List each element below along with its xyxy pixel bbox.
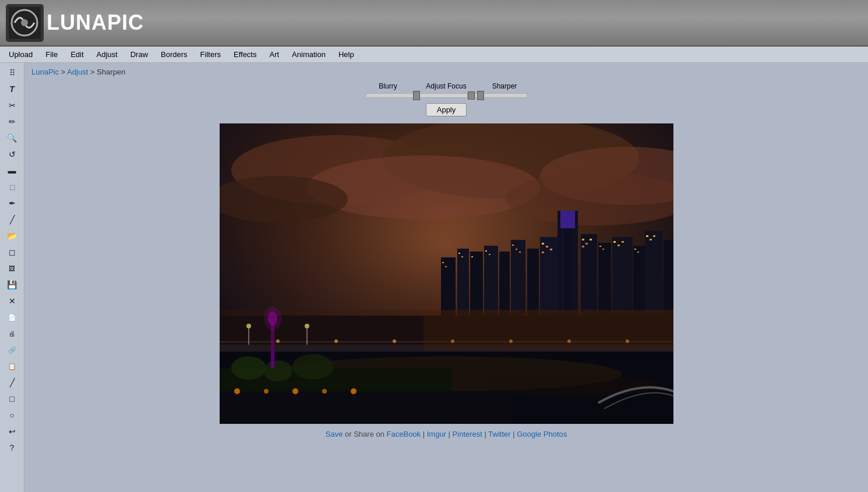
main: ⠿ T ✂ ✏ 🔍 ↺ ▬ ⬚ ✒ ╱ 📂 ◻ 🖼 💾 ✕ 📄 🖨 🔗 📋 ╱ … bbox=[0, 63, 868, 492]
svg-rect-82 bbox=[442, 262, 444, 263]
svg-rect-81 bbox=[424, 310, 673, 351]
svg-rect-39 bbox=[582, 246, 584, 247]
copy-tool[interactable]: 📋 bbox=[4, 359, 20, 374]
logo-icon bbox=[6, 4, 44, 42]
footer-twitter[interactable]: Twitter bbox=[488, 430, 510, 438]
main-image bbox=[220, 123, 673, 424]
svg-rect-35 bbox=[542, 252, 544, 253]
svg-rect-84 bbox=[458, 253, 460, 254]
svg-point-8 bbox=[307, 155, 540, 220]
nav-draw[interactable]: Draw bbox=[125, 48, 154, 61]
nav-upload[interactable]: Upload bbox=[3, 48, 38, 61]
logo-container: LUNAPIC bbox=[6, 4, 144, 42]
breadcrumb-sharpen: Sharpen bbox=[97, 68, 125, 76]
eraser-tool[interactable]: ◻ bbox=[4, 245, 20, 260]
header: LUNAPIC bbox=[0, 0, 868, 47]
svg-rect-37 bbox=[585, 243, 588, 245]
breadcrumb-lunapic[interactable]: LunaPic bbox=[31, 68, 59, 76]
footer-imgur[interactable]: Imgur bbox=[427, 430, 446, 438]
nav-filters[interactable]: Filters bbox=[195, 48, 227, 61]
svg-rect-83 bbox=[445, 266, 447, 267]
control-panel: BlurryAdjust FocusSharperApply bbox=[31, 82, 861, 116]
link-tool[interactable]: 🔗 bbox=[4, 342, 20, 358]
text-tool[interactable]: T bbox=[4, 82, 20, 97]
slider-row bbox=[366, 91, 527, 100]
grid-tool[interactable]: ⠿ bbox=[4, 65, 20, 80]
line-tool[interactable]: ╱ bbox=[4, 375, 20, 390]
zoom-tool[interactable]: 🔍 bbox=[4, 130, 20, 146]
close-tool[interactable]: ✕ bbox=[4, 293, 20, 309]
apply-button[interactable]: Apply bbox=[426, 103, 467, 116]
nav-borders[interactable]: Borders bbox=[155, 48, 193, 61]
footer: Save or Share on FaceBook | Imgur | Pint… bbox=[31, 430, 861, 438]
rect-select-tool[interactable]: ▬ bbox=[4, 163, 20, 178]
nav-file[interactable]: File bbox=[40, 48, 63, 61]
frame-tool[interactable]: 🖼 bbox=[4, 261, 20, 276]
svg-rect-86 bbox=[471, 256, 473, 257]
svg-rect-40 bbox=[599, 246, 601, 247]
svg-rect-30 bbox=[516, 249, 517, 250]
svg-rect-45 bbox=[634, 249, 636, 250]
nav-help[interactable]: Help bbox=[333, 48, 360, 61]
breadcrumb-sep2: > bbox=[90, 68, 97, 76]
svg-rect-46 bbox=[637, 252, 639, 253]
svg-point-69 bbox=[263, 360, 292, 381]
new-tool[interactable]: 📄 bbox=[4, 310, 20, 325]
svg-rect-87 bbox=[485, 250, 487, 252]
footer-pinterest[interactable]: Pinterest bbox=[453, 430, 482, 438]
slider-divider bbox=[468, 91, 475, 100]
svg-rect-34 bbox=[550, 249, 552, 250]
nav-effects[interactable]: Effects bbox=[228, 48, 263, 61]
folder-tool[interactable]: 📂 bbox=[4, 228, 20, 243]
svg-point-76 bbox=[264, 389, 269, 394]
footer-save[interactable]: Save bbox=[326, 430, 343, 438]
svg-rect-47 bbox=[646, 235, 648, 237]
svg-rect-36 bbox=[582, 239, 584, 240]
footer-sep2: | bbox=[449, 430, 453, 438]
blur-slider[interactable] bbox=[366, 93, 468, 98]
slash-tool[interactable]: ╱ bbox=[4, 212, 20, 227]
svg-rect-32 bbox=[542, 243, 544, 245]
toolbar: ⠿ T ✂ ✏ 🔍 ↺ ▬ ⬚ ✒ ╱ 📂 ◻ 🖼 💾 ✕ 📄 🖨 🔗 📋 ╱ … bbox=[0, 63, 24, 492]
eyedropper-tool[interactable]: ✒ bbox=[4, 196, 20, 211]
help-tool[interactable]: ? bbox=[4, 440, 20, 455]
rotate-tool[interactable]: ↺ bbox=[4, 147, 20, 162]
svg-point-78 bbox=[322, 389, 327, 394]
footer-facebook[interactable]: FaceBook bbox=[387, 430, 421, 438]
print-tool[interactable]: 🖨 bbox=[4, 326, 20, 341]
save-tool[interactable]: 💾 bbox=[4, 277, 20, 292]
svg-rect-42 bbox=[613, 241, 616, 243]
label-adjust-focus: Adjust Focus bbox=[417, 82, 475, 90]
svg-rect-48 bbox=[650, 239, 652, 240]
fill-tool[interactable]: ⬚ bbox=[4, 179, 20, 194]
undo-tool[interactable]: ↩ bbox=[4, 424, 20, 439]
image-container bbox=[31, 123, 861, 424]
svg-rect-31 bbox=[519, 252, 521, 253]
nav-edit[interactable]: Edit bbox=[65, 48, 89, 61]
svg-rect-49 bbox=[653, 235, 655, 237]
svg-rect-41 bbox=[602, 249, 604, 250]
svg-rect-43 bbox=[618, 245, 620, 246]
breadcrumb-adjust[interactable]: Adjust bbox=[67, 68, 88, 76]
svg-rect-17 bbox=[560, 211, 575, 228]
svg-rect-44 bbox=[622, 241, 624, 243]
circle-tool[interactable]: ○ bbox=[4, 408, 20, 423]
svg-rect-88 bbox=[489, 254, 491, 255]
nav-art[interactable]: Art bbox=[263, 48, 285, 61]
content: LunaPic > Adjust > Sharpen BlurryAdjust … bbox=[24, 63, 868, 492]
svg-point-79 bbox=[351, 388, 357, 394]
nav-adjust[interactable]: Adjust bbox=[91, 48, 124, 61]
nav-animation[interactable]: Animation bbox=[286, 48, 331, 61]
svg-rect-38 bbox=[590, 239, 592, 240]
pen-tool[interactable]: ✏ bbox=[4, 114, 20, 129]
breadcrumb: LunaPic > Adjust > Sharpen bbox=[31, 68, 861, 76]
cut-tool[interactable]: ✂ bbox=[4, 98, 20, 113]
svg-rect-12 bbox=[511, 240, 525, 321]
footer-google-photos[interactable]: Google Photos bbox=[517, 430, 567, 438]
label-blurry: Blurry bbox=[359, 82, 417, 90]
svg-rect-33 bbox=[546, 246, 548, 247]
sharpen-slider[interactable] bbox=[475, 93, 527, 98]
footer-share-text: or Share on bbox=[345, 430, 387, 438]
rect-tool[interactable]: □ bbox=[4, 391, 20, 406]
footer-sep1: | bbox=[423, 430, 427, 438]
